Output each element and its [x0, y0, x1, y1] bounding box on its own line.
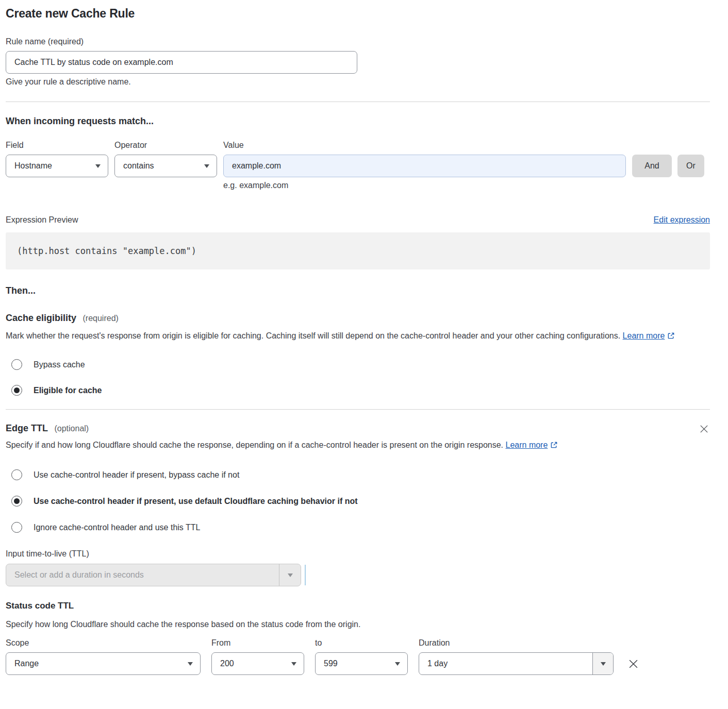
to-select[interactable]: 599: [315, 652, 408, 675]
status-code-ttl-heading: Status code TTL: [6, 601, 710, 611]
cache-eligibility-heading: Cache eligibility: [6, 313, 76, 323]
then-heading: Then...: [6, 285, 710, 296]
cache-eligibility-learn-more-link[interactable]: Learn more: [623, 331, 665, 340]
from-select[interactable]: 200: [211, 652, 304, 675]
to-label: to: [315, 638, 419, 648]
external-link-icon: [550, 439, 558, 453]
and-button[interactable]: And: [632, 155, 672, 177]
eligible-for-cache-radio[interactable]: [11, 385, 22, 396]
edge-ttl-heading-row: Edge TTL (optional): [6, 423, 89, 434]
edge-ttl-description-text: Specify if and how long Cloudflare shoul…: [6, 441, 503, 449]
chevron-down-icon: [95, 164, 101, 168]
edge-ttl-option-2-label[interactable]: Use cache-control header if present, use…: [34, 497, 358, 506]
chevron-down-icon: [395, 662, 400, 666]
to-select-value: 599: [324, 659, 338, 668]
close-icon: [699, 424, 709, 434]
edge-ttl-option-1-label[interactable]: Use cache-control header if present, byp…: [34, 470, 239, 480]
cache-eligibility-qualifier: (required): [83, 314, 119, 323]
scope-select[interactable]: Range: [6, 652, 201, 675]
or-button[interactable]: Or: [677, 155, 704, 177]
ttl-duration-dropdown-button[interactable]: [279, 564, 301, 586]
eligible-for-cache-label[interactable]: Eligible for cache: [34, 386, 102, 395]
field-label: Field: [6, 141, 114, 150]
duration-label: Duration: [419, 638, 450, 648]
chevron-down-icon: [204, 164, 209, 168]
expression-preview-code: (http.host contains "example.com"): [6, 232, 710, 269]
field-select[interactable]: Hostname: [6, 155, 108, 177]
text-cursor-bar: [305, 565, 306, 585]
edge-ttl-option-1-radio[interactable]: [11, 469, 22, 480]
rule-name-input[interactable]: [6, 51, 357, 74]
chevron-down-icon: [291, 662, 296, 666]
chevron-down-icon: [601, 662, 606, 666]
ttl-duration-placeholder: Select or add a duration in seconds: [6, 564, 279, 586]
divider: [6, 102, 710, 102]
duration-dropdown-button[interactable]: [592, 653, 613, 674]
value-helper: e.g. example.com: [223, 181, 710, 190]
edge-ttl-description: Specify if and how long Cloudflare shoul…: [6, 438, 575, 453]
from-select-value: 200: [220, 659, 234, 668]
from-label: From: [211, 638, 315, 648]
edge-ttl-heading: Edge TTL: [6, 423, 48, 433]
edge-ttl-option-2-radio[interactable]: [11, 496, 22, 507]
cache-eligibility-description-text: Mark whether the request's response from…: [6, 331, 620, 340]
page-title: Create new Cache Rule: [6, 7, 710, 21]
value-label: Value: [223, 141, 244, 150]
expression-preview-label: Expression Preview: [6, 215, 78, 225]
edge-ttl-option-3-label[interactable]: Ignore cache-control header and use this…: [34, 523, 200, 532]
match-section-heading: When incoming requests match...: [6, 116, 710, 127]
ttl-duration-select[interactable]: Select or add a duration in seconds: [6, 564, 301, 586]
chevron-down-icon: [188, 662, 193, 666]
bypass-cache-label[interactable]: Bypass cache: [34, 360, 85, 369]
edge-ttl-option-3-radio[interactable]: [11, 522, 22, 533]
ttl-input-label: Input time-to-live (TTL): [6, 549, 710, 559]
edge-ttl-learn-more-link[interactable]: Learn more: [506, 441, 548, 449]
duration-combobox[interactable]: 1 day: [419, 652, 614, 675]
scope-select-value: Range: [14, 659, 39, 668]
edge-ttl-qualifier: (optional): [54, 424, 89, 433]
match-column-labels: Field Operator Value: [6, 141, 710, 150]
chevron-down-icon: [288, 573, 293, 577]
edge-ttl-close-button[interactable]: [698, 423, 710, 435]
status-code-column-labels: Scope From to Duration: [6, 638, 710, 648]
cache-eligibility-heading-row: Cache eligibility (required): [6, 313, 710, 324]
edit-expression-link[interactable]: Edit expression: [654, 215, 710, 225]
divider: [6, 409, 710, 410]
operator-select-value: contains: [123, 161, 154, 171]
operator-label: Operator: [114, 141, 223, 150]
value-input[interactable]: [223, 155, 626, 177]
cache-eligibility-description: Mark whether the request's response from…: [6, 329, 699, 344]
operator-select[interactable]: contains: [114, 155, 217, 177]
rule-name-helper: Give your rule a descriptive name.: [6, 77, 710, 87]
status-code-ttl-description: Specify how long Cloudflare should cache…: [6, 617, 710, 632]
field-select-value: Hostname: [14, 161, 52, 171]
create-cache-rule-form: Create new Cache Rule Rule name (require…: [6, 0, 710, 688]
remove-status-code-row-button[interactable]: [627, 657, 640, 670]
scope-label: Scope: [6, 638, 211, 648]
close-icon: [628, 659, 639, 669]
bypass-cache-radio[interactable]: [11, 359, 22, 370]
rule-name-label: Rule name (required): [6, 37, 710, 46]
duration-value: 1 day: [419, 653, 592, 674]
external-link-icon: [667, 330, 675, 344]
